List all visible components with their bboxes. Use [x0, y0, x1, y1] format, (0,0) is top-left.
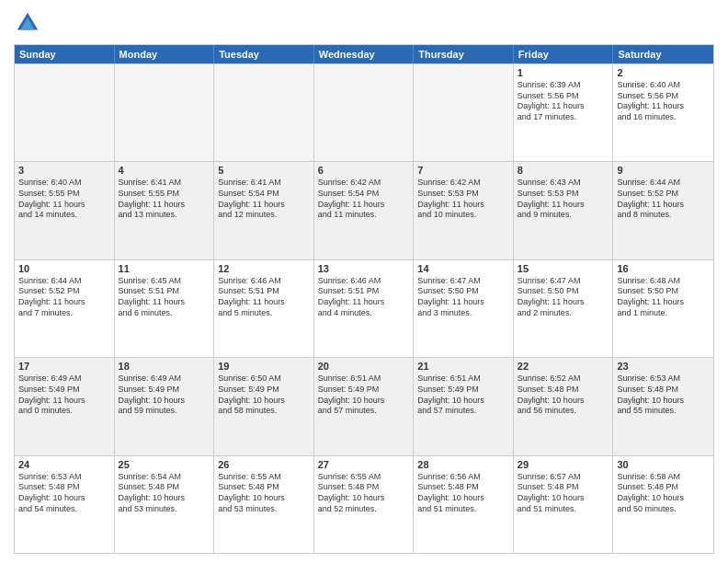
cell-line: Daylight: 11 hours [119, 200, 210, 211]
cell-line: and 9 minutes. [518, 210, 609, 221]
page: SundayMondayTuesdayWednesdayThursdayFrid… [0, 0, 728, 563]
cell-line: Sunset: 5:49 PM [318, 385, 410, 396]
cell-line: Daylight: 10 hours [218, 493, 310, 504]
day-number: 30 [617, 459, 710, 470]
day-number: 23 [617, 361, 710, 372]
cell-line: and 52 minutes. [318, 504, 410, 515]
cal-cell-0-2 [214, 64, 314, 161]
day-number: 17 [18, 361, 110, 372]
day-number: 29 [518, 459, 609, 470]
cell-line: Sunrise: 6:42 AM [318, 178, 410, 189]
cell-line: Sunrise: 6:44 AM [18, 276, 110, 287]
cal-cell-0-3 [314, 64, 415, 161]
cal-cell-3-6: 23Sunrise: 6:53 AMSunset: 5:48 PMDayligh… [613, 358, 713, 454]
cell-line: Daylight: 10 hours [119, 493, 210, 504]
cal-cell-3-5: 22Sunrise: 6:52 AMSunset: 5:48 PMDayligh… [514, 358, 614, 454]
day-number: 15 [518, 263, 609, 274]
cell-line: Sunrise: 6:41 AM [119, 178, 210, 189]
header-day-friday: Friday [514, 45, 614, 63]
cell-line: and 8 minutes. [617, 210, 710, 221]
cell-line: and 58 minutes. [218, 406, 310, 417]
cell-line: Sunset: 5:49 PM [218, 385, 310, 396]
day-number: 12 [218, 263, 310, 274]
day-number: 7 [417, 165, 509, 176]
cell-line: Sunset: 5:48 PM [119, 482, 210, 493]
cal-cell-4-1: 25Sunrise: 6:54 AMSunset: 5:48 PMDayligh… [115, 456, 215, 553]
cell-line: Daylight: 11 hours [218, 200, 310, 211]
day-number: 27 [318, 459, 410, 470]
cell-line: and 6 minutes. [119, 308, 210, 319]
cell-line: Sunrise: 6:49 AM [18, 373, 110, 385]
cell-line: and 7 minutes. [18, 308, 110, 319]
cell-line: Sunrise: 6:50 AM [218, 373, 310, 385]
header-day-thursday: Thursday [414, 45, 514, 63]
cell-line: Daylight: 11 hours [617, 200, 710, 211]
cell-line: Sunrise: 6:42 AM [417, 178, 509, 189]
cell-line: Sunrise: 6:47 AM [518, 276, 609, 287]
cell-line: Sunrise: 6:53 AM [18, 472, 110, 483]
cal-cell-3-3: 20Sunrise: 6:51 AMSunset: 5:49 PMDayligh… [314, 358, 415, 454]
cell-line: Sunset: 5:50 PM [417, 286, 509, 297]
cell-line: Sunrise: 6:46 AM [218, 276, 310, 287]
cal-cell-3-1: 18Sunrise: 6:49 AMSunset: 5:49 PMDayligh… [115, 358, 215, 454]
cell-line: Sunrise: 6:39 AM [518, 80, 609, 91]
cell-line: Sunset: 5:48 PM [417, 482, 509, 493]
cell-line: Daylight: 11 hours [18, 297, 110, 308]
cal-cell-0-0 [15, 64, 115, 161]
week-row-0: 1Sunrise: 6:39 AMSunset: 5:56 PMDaylight… [15, 63, 713, 161]
cell-line: Sunset: 5:54 PM [218, 189, 310, 200]
cell-line: and 53 minutes. [119, 504, 210, 515]
cell-line: Sunset: 5:55 PM [18, 189, 110, 200]
cell-line: Sunrise: 6:58 AM [617, 472, 710, 483]
cal-cell-3-4: 21Sunrise: 6:51 AMSunset: 5:49 PMDayligh… [414, 358, 514, 454]
cell-line: Daylight: 11 hours [18, 200, 110, 211]
cell-line: Sunrise: 6:51 AM [417, 373, 509, 385]
cell-line: Daylight: 11 hours [518, 297, 609, 308]
cell-line: Sunset: 5:50 PM [617, 286, 710, 297]
cal-cell-1-3: 6Sunrise: 6:42 AMSunset: 5:54 PMDaylight… [314, 162, 415, 259]
header [14, 9, 714, 37]
cell-line: Sunrise: 6:40 AM [18, 178, 110, 189]
cell-line: and 57 minutes. [318, 406, 410, 417]
cell-line: Sunrise: 6:47 AM [417, 276, 509, 287]
cell-line: and 13 minutes. [119, 210, 210, 221]
cell-line: and 1 minute. [617, 308, 710, 319]
cell-line: Sunset: 5:51 PM [218, 286, 310, 297]
day-number: 10 [18, 263, 110, 274]
day-number: 24 [18, 459, 110, 470]
cell-line: Sunrise: 6:48 AM [617, 276, 710, 287]
calendar-header: SundayMondayTuesdayWednesdayThursdayFrid… [15, 45, 713, 63]
cal-cell-2-5: 15Sunrise: 6:47 AMSunset: 5:50 PMDayligh… [514, 260, 614, 357]
cal-cell-2-0: 10Sunrise: 6:44 AMSunset: 5:52 PMDayligh… [15, 260, 115, 357]
cal-cell-4-4: 28Sunrise: 6:56 AMSunset: 5:48 PMDayligh… [414, 456, 514, 553]
cell-line: and 53 minutes. [218, 504, 310, 515]
cell-line: Sunrise: 6:49 AM [119, 373, 210, 385]
cal-cell-2-4: 14Sunrise: 6:47 AMSunset: 5:50 PMDayligh… [414, 260, 514, 357]
cell-line: Daylight: 10 hours [518, 396, 609, 407]
cal-cell-1-1: 4Sunrise: 6:41 AMSunset: 5:55 PMDaylight… [115, 162, 215, 259]
cell-line: Daylight: 11 hours [119, 297, 210, 308]
cal-cell-0-6: 2Sunrise: 6:40 AMSunset: 5:56 PMDaylight… [613, 64, 713, 161]
day-number: 26 [218, 459, 310, 470]
cell-line: Sunrise: 6:41 AM [218, 178, 310, 189]
logo-icon [14, 9, 41, 37]
cell-line: Daylight: 10 hours [417, 396, 509, 407]
cell-line: and 57 minutes. [417, 406, 509, 417]
logo [14, 9, 45, 37]
cell-line: and 10 minutes. [417, 210, 509, 221]
day-number: 14 [417, 263, 509, 274]
cell-line: Sunset: 5:54 PM [318, 189, 410, 200]
header-day-tuesday: Tuesday [214, 45, 314, 63]
day-number: 6 [318, 165, 410, 176]
cell-line: Daylight: 11 hours [518, 101, 609, 112]
cell-line: and 51 minutes. [518, 504, 609, 515]
cell-line: and 55 minutes. [617, 406, 710, 417]
cell-line: Sunset: 5:52 PM [18, 286, 110, 297]
cal-cell-3-2: 19Sunrise: 6:50 AMSunset: 5:49 PMDayligh… [214, 358, 314, 454]
cell-line: Sunset: 5:50 PM [518, 286, 609, 297]
day-number: 11 [119, 263, 210, 274]
cell-line: Sunset: 5:49 PM [417, 385, 509, 396]
cell-line: and 14 minutes. [18, 210, 110, 221]
cell-line: Sunset: 5:51 PM [318, 286, 410, 297]
cal-cell-3-0: 17Sunrise: 6:49 AMSunset: 5:49 PMDayligh… [15, 358, 115, 454]
